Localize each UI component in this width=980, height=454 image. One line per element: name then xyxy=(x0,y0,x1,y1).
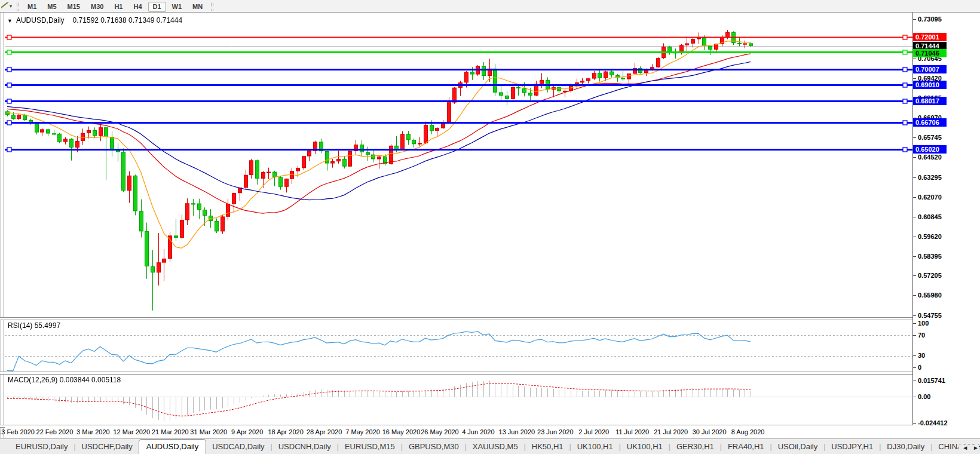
support-level-badge: 0.69010 xyxy=(913,81,947,89)
timeframe-button-mn[interactable]: MN xyxy=(188,2,207,12)
price-tick-mark xyxy=(913,217,916,217)
timeframe-button-h1[interactable]: H1 xyxy=(109,2,127,12)
main-chart-canvas[interactable] xyxy=(5,13,912,317)
date-tick-label: 28 Apr 2020 xyxy=(307,428,342,435)
chart-tab-xauusd-m5[interactable]: XAUUSD,M5 xyxy=(467,440,524,454)
time-axis[interactable]: 13 Feb 202022 Feb 20203 Mar 202012 Mar 2… xyxy=(5,426,912,438)
support-level-badge: 0.71046 xyxy=(913,49,947,57)
date-tick-label: 26 May 2020 xyxy=(421,428,459,435)
price-tick-mark xyxy=(913,59,916,59)
timeframe-button-h4[interactable]: H4 xyxy=(128,2,146,12)
dropdown-caret-icon[interactable]: ▾ xyxy=(10,4,12,9)
chart-tab-fra40-h1[interactable]: FRA40,H1 xyxy=(722,440,770,454)
price-axis-divider xyxy=(912,13,913,425)
chart-tab-dj30-daily[interactable]: DJ30,Daily xyxy=(881,440,930,454)
rsi-tick-mark xyxy=(913,323,916,324)
date-tick-label: 13 Jun 2020 xyxy=(499,428,535,435)
timeframe-toolbar: ▾ M1M5M15M30H1H4D1W1MN xyxy=(0,0,980,13)
rsi-indicator-label: RSI(14) 55.4997 xyxy=(8,321,60,330)
timeframe-button-m5[interactable]: M5 xyxy=(42,2,61,12)
timeframe-button-m30[interactable]: M30 xyxy=(86,2,108,12)
trendline-tool-icon[interactable] xyxy=(1,2,9,10)
chart-ohlc-values: 0.71592 0.71638 0.71349 0.71444 xyxy=(73,16,183,24)
timeframe-button-m1[interactable]: M1 xyxy=(23,2,41,12)
support-level-badge: 0.66706 xyxy=(913,118,947,127)
date-tick-label: 18 Apr 2020 xyxy=(268,428,303,435)
rsi-panel-canvas[interactable] xyxy=(5,320,912,372)
rsi-tick-mark xyxy=(913,367,916,368)
price-tick-label: 0.62070 xyxy=(918,194,942,201)
mt4-terminal: ▾ M1M5M15M30H1H4D1W1MN ▼AUDUSD,Daily0.71… xyxy=(0,0,980,454)
timeframe-button-m15[interactable]: M15 xyxy=(63,2,85,12)
chart-tab-uk100-h1[interactable]: UK100,H1 xyxy=(571,440,619,454)
price-tick-mark xyxy=(913,19,916,20)
chart-title: ▼AUDUSD,Daily0.71592 0.71638 0.71349 0.7… xyxy=(7,16,182,24)
rsi-tick-mark xyxy=(913,355,916,356)
tab-scroll-right-icon[interactable]: ► xyxy=(973,444,979,451)
support-level-badge: 0.70007 xyxy=(913,65,947,73)
date-tick-label: 2 Jul 2020 xyxy=(578,428,609,435)
tab-scroll-left-icon[interactable]: ◄ xyxy=(962,444,968,451)
date-tick-label: 3 Mar 2020 xyxy=(76,428,110,435)
price-tick-mark xyxy=(913,256,916,257)
date-tick-label: 11 Jul 2020 xyxy=(615,428,649,435)
price-tick-mark xyxy=(913,137,916,138)
price-tick-mark xyxy=(913,197,916,198)
macd-tick-mark xyxy=(913,397,916,397)
price-tick-label: 0.64520 xyxy=(918,154,942,161)
chart-tab-audusd-daily[interactable]: AUDUSD,Daily xyxy=(139,439,206,454)
chart-tab-eurusd-m15[interactable]: EURUSD,M15 xyxy=(339,440,401,454)
date-tick-label: 4 Jun 2020 xyxy=(462,428,494,435)
chart-tab-uk100-h1[interactable]: UK100,H1 xyxy=(621,440,669,454)
price-tick-mark xyxy=(913,315,916,316)
price-tick-label: 0.54755 xyxy=(918,312,942,320)
rsi-tick-label: 100 xyxy=(918,320,929,327)
date-tick-label: 21 Jul 2020 xyxy=(654,428,688,435)
macd-indicator-label: MACD(12,26,9) 0.003844 0.005118 xyxy=(8,376,121,384)
chart-tab-hk50-h1[interactable]: HK50,H1 xyxy=(526,440,569,454)
macd-tick-label: 0.015741 xyxy=(918,377,945,385)
price-tick-mark xyxy=(913,177,916,178)
rsi-tick-label: 0 xyxy=(918,364,921,372)
chart-tab-ger30-h1[interactable]: GER30,H1 xyxy=(670,440,720,454)
macd-tick-mark xyxy=(913,381,916,381)
date-tick-label: 7 May 2020 xyxy=(345,428,379,435)
price-tick-label: 0.73095 xyxy=(918,16,942,23)
price-tick-label: 0.59620 xyxy=(918,233,942,241)
timeframe-button-w1[interactable]: W1 xyxy=(167,2,187,12)
date-tick-label: 9 Apr 2020 xyxy=(231,428,263,435)
chart-tab-usdjpy-h1[interactable]: USDJPY,H1 xyxy=(825,440,879,454)
macd-panel-canvas[interactable] xyxy=(5,374,912,425)
collapse-arrow-icon[interactable]: ▼ xyxy=(7,18,13,24)
rsi-tick-label: 70 xyxy=(918,332,925,339)
date-tick-label: 30 Jul 2020 xyxy=(693,428,727,435)
chart-tab-usdchf-daily[interactable]: USDCHF,Daily xyxy=(76,440,139,454)
chart-tab-usdcad-daily[interactable]: USDCAD,Daily xyxy=(206,440,270,454)
chart-tab-eurusd-daily[interactable]: EURUSD,Daily xyxy=(10,440,74,454)
macd-tick-label: 0.00 xyxy=(918,393,930,401)
date-tick-label: 21 Mar 2020 xyxy=(152,428,189,435)
chart-tab-usdcnh-daily[interactable]: USDCNH,Daily xyxy=(272,440,337,454)
date-tick-label: 8 Aug 2020 xyxy=(731,428,765,435)
rsi-tick-label: 30 xyxy=(918,352,925,360)
date-tick-label: 22 Feb 2020 xyxy=(36,428,74,435)
toolbar-grip[interactable] xyxy=(211,2,213,11)
date-tick-label: 12 Mar 2020 xyxy=(113,428,150,435)
price-tick-label: 0.57205 xyxy=(918,272,942,280)
chart-tab-bar: EURUSD,Daily|USDCHF,DailyAUDUSD,DailyUSD… xyxy=(0,438,980,454)
rsi-tick-mark xyxy=(913,335,916,336)
chart-symbol-period: AUDUSD,Daily xyxy=(16,16,65,24)
date-tick-label: 23 Jun 2020 xyxy=(537,428,574,435)
chart-tab-gbpusd-m30[interactable]: GBPUSD,M30 xyxy=(403,440,465,454)
chart-tab-usoil-daily[interactable]: USOil,Daily xyxy=(772,440,823,454)
date-tick-label: 31 Mar 2020 xyxy=(190,428,227,435)
timeframe-button-d1[interactable]: D1 xyxy=(148,2,166,12)
macd-tick-label: -0.024412 xyxy=(918,419,948,427)
price-tick-mark xyxy=(913,295,916,296)
price-tick-label: 0.60845 xyxy=(918,213,942,221)
price-tick-mark xyxy=(913,275,916,276)
price-tick-mark xyxy=(913,78,916,79)
macd-tick-mark xyxy=(913,423,916,424)
toolbar-grip[interactable] xyxy=(17,2,19,11)
price-tick-label: 0.65745 xyxy=(918,134,942,142)
